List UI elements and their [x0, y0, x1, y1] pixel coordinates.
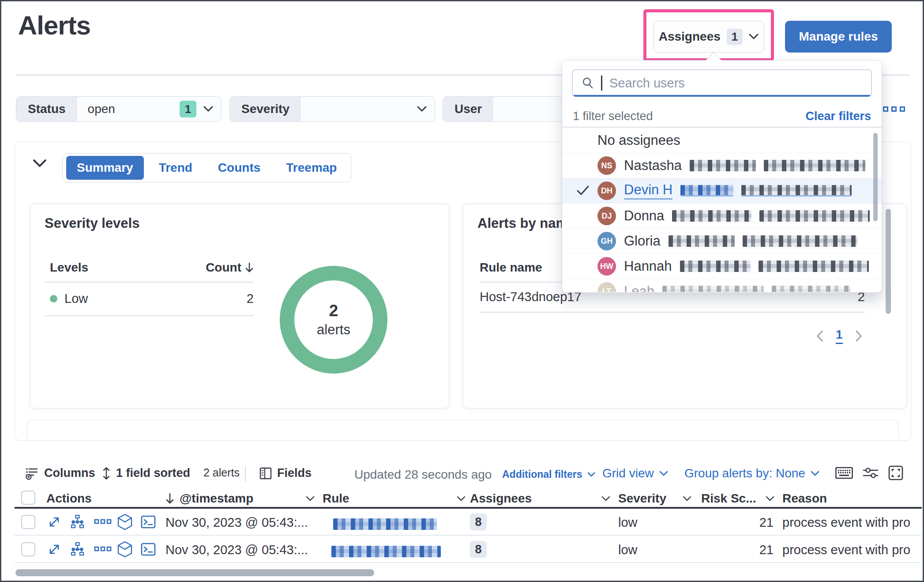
page-title: Alerts: [18, 10, 90, 41]
popover-scrollbar[interactable]: [873, 133, 878, 221]
page-scrollbar[interactable]: [886, 209, 891, 314]
severity-table-row[interactable]: Low 2: [50, 282, 254, 315]
select-all-checkbox[interactable]: [21, 491, 35, 505]
column-menu-chevron-icon[interactable]: [766, 496, 774, 502]
sort-desc-icon[interactable]: [165, 493, 174, 504]
column-header-assignees[interactable]: Assignees: [470, 491, 532, 506]
more-filters-icon[interactable]: [883, 106, 905, 112]
fullscreen-icon[interactable]: [888, 465, 903, 480]
page-prev-icon[interactable]: [816, 330, 823, 342]
severity-levels-panel: Severity levels Levels Count Low 2 2 ale…: [30, 204, 449, 408]
redacted-text: [759, 261, 869, 272]
manage-rules-button[interactable]: Manage rules: [785, 21, 892, 53]
row-checkbox[interactable]: [21, 515, 35, 529]
column-menu-chevron-icon[interactable]: [306, 496, 315, 502]
open-terminal-icon[interactable]: [141, 515, 156, 529]
tab-trend[interactable]: Trend: [148, 161, 203, 175]
rule-name-redacted[interactable]: [333, 518, 437, 530]
manage-rules-label: Manage rules: [799, 30, 878, 44]
horizontal-scrollbar[interactable]: [15, 569, 374, 576]
chevron-down-icon: [587, 472, 595, 477]
option-no-assignees[interactable]: No assignees: [562, 128, 882, 153]
search-users-input[interactable]: Search users: [572, 69, 872, 97]
analyze-event-icon[interactable]: [70, 514, 85, 529]
avatar: DJ: [597, 207, 616, 225]
search-placeholder: Search users: [609, 76, 685, 91]
severity-cell[interactable]: low: [618, 515, 638, 530]
tab-summary[interactable]: Summary: [66, 156, 144, 180]
redacted-text: [743, 235, 857, 247]
avatar: DH: [597, 181, 616, 200]
page-number-1[interactable]: 1: [836, 328, 843, 344]
session-view-cube-icon[interactable]: [117, 514, 133, 530]
status-count-badge: 1: [180, 101, 196, 117]
fields-sorted-button[interactable]: 1 field sorted: [102, 466, 190, 480]
alerts-page: Alerts Assignees 1 Manage rules Status o…: [0, 0, 924, 582]
column-menu-chevron-icon[interactable]: [601, 496, 610, 502]
column-header-timestamp[interactable]: @timestamp: [180, 491, 253, 506]
option-user[interactable]: HW Hannah: [562, 254, 882, 279]
column-header-severity[interactable]: Severity: [618, 491, 666, 506]
timestamp-cell[interactable]: Nov 30, 2023 @ 05:43:...: [165, 543, 308, 557]
avatar: HW: [597, 257, 616, 276]
severity-filter[interactable]: Severity: [229, 96, 435, 122]
sortable-icon: [102, 467, 111, 480]
rule-name-redacted[interactable]: [331, 546, 441, 557]
chevron-down-icon: [659, 471, 668, 476]
rule-name-column-header[interactable]: Rule name: [480, 261, 542, 275]
risk-score-cell[interactable]: 21: [747, 543, 774, 557]
columns-icon: [26, 467, 39, 480]
more-actions-icon[interactable]: [94, 519, 112, 525]
fields-button[interactable]: Fields: [259, 466, 312, 480]
session-view-cube-icon[interactable]: [117, 541, 133, 558]
collapse-section-chevron-icon[interactable]: [32, 159, 47, 168]
tab-treemap[interactable]: Treemap: [275, 161, 347, 175]
columns-button[interactable]: Columns: [26, 466, 95, 480]
expand-alert-icon[interactable]: [48, 543, 61, 556]
tab-counts[interactable]: Counts: [207, 161, 271, 175]
keyboard-shortcuts-icon[interactable]: [835, 466, 853, 480]
row-checkbox[interactable]: [21, 542, 35, 556]
page-next-icon[interactable]: [855, 330, 862, 342]
donut-label: alerts: [317, 322, 350, 338]
chevron-down-icon: [811, 471, 819, 476]
count-column-header[interactable]: Count: [206, 261, 241, 275]
summary-view-tabs: Summary Trend Counts Treemap: [62, 153, 351, 182]
option-user[interactable]: GH Gloria: [562, 229, 882, 254]
group-alerts-by-button[interactable]: Group alerts by: None: [684, 466, 819, 480]
risk-score-cell[interactable]: 21: [747, 515, 774, 530]
column-header-reason[interactable]: Reason: [782, 491, 827, 506]
grid-view-button[interactable]: Grid view: [602, 466, 668, 480]
assignees-count-cell[interactable]: 8: [470, 514, 487, 530]
reason-cell[interactable]: process event with pro: [782, 543, 924, 557]
clear-filters-link[interactable]: Clear filters: [805, 110, 871, 123]
expand-alert-icon[interactable]: [48, 515, 61, 529]
redacted-text: [680, 185, 733, 197]
fields-label: Fields: [277, 466, 312, 480]
avatar: LT: [597, 282, 616, 292]
open-terminal-icon[interactable]: [141, 543, 156, 556]
severity-cell[interactable]: low: [618, 543, 638, 557]
additional-filters-label: Additional filters: [502, 469, 582, 480]
reason-cell[interactable]: process event with pro: [782, 515, 924, 530]
assignees-count-cell[interactable]: 8: [470, 541, 487, 558]
levels-column-header[interactable]: Levels: [50, 261, 88, 275]
status-filter[interactable]: Status open 1: [16, 96, 222, 122]
screenshot-highlight-box: [643, 9, 774, 61]
avatar: GH: [597, 232, 616, 250]
option-user-selected[interactable]: DH Devin H: [562, 178, 882, 204]
column-menu-chevron-icon[interactable]: [683, 496, 691, 502]
analyze-event-icon[interactable]: [70, 542, 85, 557]
column-menu-chevron-icon[interactable]: [457, 496, 466, 502]
option-user[interactable]: NS Nastasha: [562, 153, 882, 178]
column-header-rule[interactable]: Rule: [323, 491, 349, 506]
redacted-text: [662, 286, 764, 292]
column-header-risk-score[interactable]: Risk Sc...: [701, 491, 756, 506]
option-user[interactable]: LT Leah: [562, 279, 882, 292]
additional-filters-button[interactable]: Additional filters: [502, 469, 595, 480]
timestamp-cell[interactable]: Nov 30, 2023 @ 05:43:...: [165, 515, 308, 530]
more-actions-icon[interactable]: [94, 546, 112, 552]
inspect-controls-icon[interactable]: [863, 466, 879, 480]
redacted-text: [672, 210, 751, 222]
option-user[interactable]: DJ Donna: [562, 204, 882, 229]
